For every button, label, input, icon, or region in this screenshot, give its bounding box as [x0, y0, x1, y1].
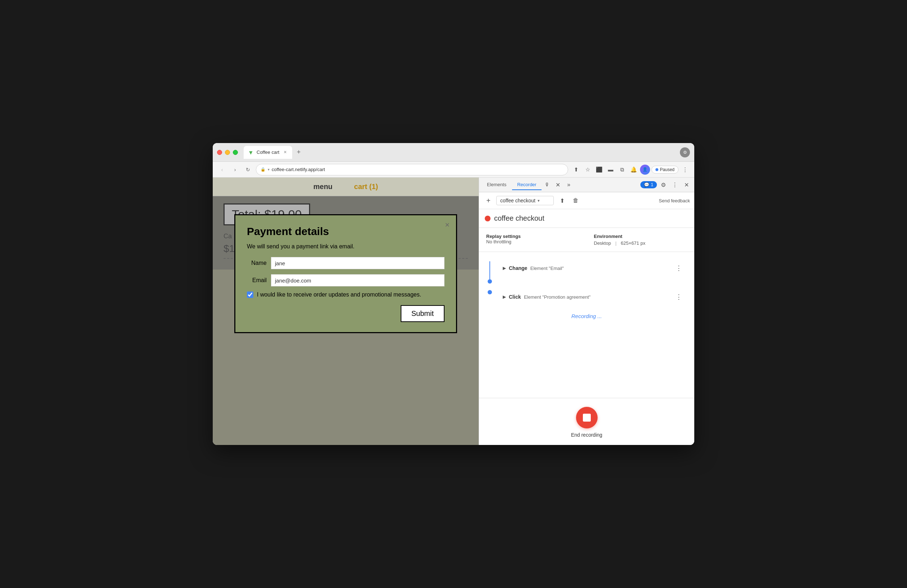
- page-body: Total: $19.00 Ca $1 × Payment details We…: [213, 196, 479, 269]
- stop-icon: [583, 414, 591, 421]
- chat-button[interactable]: 💬 1: [640, 181, 657, 188]
- timeline-item-1: ▶ Click Element "Promotion agreement" ⋮: [479, 287, 694, 307]
- tab-favicon-icon: ▼: [248, 149, 254, 155]
- name-input[interactable]: [271, 257, 444, 269]
- tab-title: Coffee cart: [256, 149, 279, 155]
- address-caret-icon: ▾: [268, 168, 269, 171]
- bookmark-icon[interactable]: ☆: [583, 165, 593, 175]
- tab-elements[interactable]: Elements: [482, 180, 511, 190]
- settings-section: Replay settings No throttling Environmen…: [479, 228, 694, 252]
- delete-recording-icon[interactable]: 🗑: [570, 195, 581, 206]
- recording-status-dot: [485, 216, 490, 221]
- lock-icon: 🔒: [261, 167, 266, 172]
- email-label: Email: [247, 277, 267, 284]
- chat-badge: 1: [651, 182, 653, 187]
- step-more-icon-1[interactable]: ⋮: [676, 293, 682, 301]
- nav-cart-item[interactable]: cart (1): [354, 183, 378, 191]
- tab-close-icon[interactable]: ✕: [282, 149, 288, 155]
- step-expand-click-icon[interactable]: ▶: [503, 294, 506, 300]
- step-element-click: Element "Promotion agreement": [524, 294, 591, 300]
- devtools-tabs: Elements Recorder 🎙 ✕ » 💬 1 ⚙ ⋮ ✕: [479, 178, 694, 192]
- traffic-lights: [217, 150, 238, 155]
- devtools-tab-icons: 💬 1 ⚙ ⋮ ✕: [640, 180, 691, 190]
- nav-menu-item[interactable]: menu: [313, 183, 332, 191]
- recorder-toolbar: + coffee checkout ▾ ⬆ 🗑 Send feedback: [479, 192, 694, 209]
- replay-settings-col: Replay settings No throttling: [486, 234, 587, 246]
- recording-header: coffee checkout: [479, 209, 694, 228]
- active-tab[interactable]: ▼ Coffee cart ✕: [244, 146, 292, 159]
- maximize-button[interactable]: [233, 150, 238, 155]
- timeline-item-0: ▶ Change Element "Email" ⋮: [479, 258, 694, 287]
- select-chevron-down-icon: ▾: [538, 199, 540, 203]
- extension-red-icon[interactable]: ⬛: [594, 165, 604, 175]
- checkbox-row: I would like to receive order updates an…: [247, 292, 444, 298]
- title-bar: ▼ Coffee cart ✕ + ⚙: [213, 143, 694, 162]
- end-recording-label: End recording: [571, 432, 602, 438]
- step-element-change: Element "Email": [530, 266, 564, 271]
- devtools-more-tabs-icon[interactable]: »: [564, 180, 574, 190]
- minimize-button[interactable]: [225, 150, 230, 155]
- main-area: menu cart (1) Total: $19.00 Ca $1 × Pa: [213, 178, 694, 445]
- email-input[interactable]: [271, 274, 444, 287]
- paused-dot: [655, 168, 658, 171]
- step-info: Change Element "Email": [509, 265, 564, 271]
- devtools-panel: Elements Recorder 🎙 ✕ » 💬 1 ⚙ ⋮ ✕: [479, 178, 694, 445]
- timeline-area: ▶ Change Element "Email" ⋮: [479, 252, 694, 398]
- devtools-close-recorder-icon[interactable]: ✕: [553, 180, 563, 190]
- url-display: coffee-cart.netlify.app/cart: [272, 167, 564, 172]
- promotion-checkbox[interactable]: [247, 292, 253, 298]
- site-nav: menu cart (1): [213, 178, 479, 196]
- share-icon[interactable]: ⬆: [571, 165, 581, 175]
- tab-bar: ▼ Coffee cart ✕ +: [244, 146, 680, 159]
- back-button[interactable]: ‹: [217, 165, 227, 175]
- add-recording-button[interactable]: +: [483, 195, 494, 205]
- replay-settings-label: Replay settings: [486, 234, 587, 239]
- devtools-close-icon[interactable]: ✕: [681, 180, 691, 190]
- extension-puzzle-icon[interactable]: ⧉: [617, 165, 627, 175]
- devtools-header: Elements Recorder 🎙 ✕ » 💬 1 ⚙ ⋮ ✕: [479, 178, 694, 192]
- tab-recorder[interactable]: Recorder: [512, 180, 541, 190]
- forward-button[interactable]: ›: [230, 165, 240, 175]
- profile-avatar[interactable]: 👤: [640, 165, 650, 175]
- name-form-row: Name: [247, 257, 444, 269]
- recording-status-text: Recording ...: [479, 307, 694, 325]
- step-change[interactable]: ▶ Change Element "Email" ⋮: [498, 261, 687, 276]
- extension-dark-icon[interactable]: ▬: [606, 165, 615, 175]
- devtools-kebab-icon[interactable]: ⋮: [670, 180, 680, 190]
- nav-bar: ‹ › ↻ 🔒 ▾ coffee-cart.netlify.app/cart ⬆…: [213, 162, 694, 178]
- step-expand-icon[interactable]: ▶: [503, 266, 506, 271]
- environment-label: Environment: [594, 234, 687, 239]
- window-controls: ⚙: [680, 147, 690, 157]
- send-feedback-link[interactable]: Send feedback: [659, 198, 690, 203]
- modal-close-button[interactable]: ×: [445, 220, 450, 230]
- address-bar[interactable]: 🔒 ▾ coffee-cart.netlify.app/cart: [256, 164, 568, 175]
- paused-button[interactable]: Paused: [652, 166, 678, 174]
- step-type-change: Change: [509, 265, 527, 271]
- timeline-dot-1: [488, 290, 492, 294]
- end-recording-button[interactable]: [576, 407, 598, 428]
- recording-select-name: coffee checkout: [500, 198, 535, 203]
- recording-selector[interactable]: coffee checkout ▾: [496, 196, 554, 205]
- submit-button[interactable]: Submit: [401, 305, 444, 322]
- refresh-button[interactable]: ↻: [243, 165, 253, 175]
- timeline-connector-0: [486, 261, 494, 284]
- devtools-record-icon[interactable]: 🎙: [542, 180, 552, 190]
- modal-subtitle: We will send you a payment link via emai…: [247, 244, 444, 250]
- close-button[interactable]: [217, 150, 222, 155]
- environment-value: Desktop | 625×671 px: [594, 240, 687, 246]
- step-info-click: Click Element "Promotion agreement": [509, 294, 590, 300]
- window-settings-icon[interactable]: ⚙: [680, 147, 690, 157]
- promotion-label: I would like to receive order updates an…: [257, 292, 421, 298]
- email-form-row: Email: [247, 274, 444, 287]
- new-tab-button[interactable]: +: [293, 147, 304, 157]
- environment-col: Environment Desktop | 625×671 px: [587, 234, 687, 246]
- extension-bell-icon[interactable]: 🔔: [628, 165, 639, 175]
- step-click[interactable]: ▶ Click Element "Promotion agreement" ⋮: [498, 289, 687, 304]
- export-recording-icon[interactable]: ⬆: [557, 195, 567, 206]
- browser-content: menu cart (1) Total: $19.00 Ca $1 × Pa: [213, 178, 479, 445]
- step-more-icon-0[interactable]: ⋮: [676, 264, 682, 272]
- nav-icons-right: ⬆ ☆ ⬛ ▬ ⧉ 🔔 👤 Paused ⋮: [571, 165, 690, 175]
- devtools-settings-icon[interactable]: ⚙: [658, 180, 668, 190]
- more-options-icon[interactable]: ⋮: [680, 165, 690, 175]
- step-content-0: ▶ Change Element "Email" ⋮: [498, 261, 687, 276]
